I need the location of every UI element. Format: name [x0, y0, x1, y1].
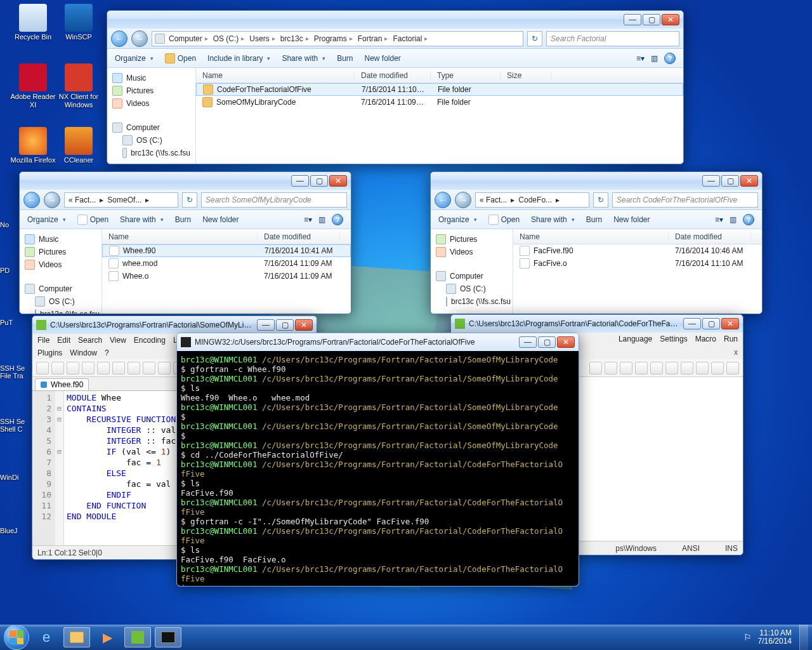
- file-row[interactable]: Whee.f907/16/2014 10:41 AM: [102, 244, 351, 257]
- view-options-icon[interactable]: ≡▾: [304, 215, 312, 224]
- nav-pane[interactable]: Music Pictures Videos Computer OS (C:) b…: [20, 229, 102, 314]
- help-button[interactable]: ?: [743, 214, 754, 225]
- terminal-body[interactable]: brc13c@WINMCL001 /c/Users/brc13c/Program…: [177, 351, 579, 586]
- newfolder-button[interactable]: New folder: [202, 215, 239, 224]
- tool-icon[interactable]: [635, 362, 648, 375]
- view-options-icon[interactable]: ≡▾: [636, 54, 645, 63]
- clock[interactable]: 11:10 AM7/16/2014: [758, 629, 792, 646]
- taskbar-mediaplayer-icon[interactable]: ▶: [94, 627, 121, 647]
- minimize-button[interactable]: —: [519, 336, 537, 348]
- newfolder-button[interactable]: New folder: [613, 215, 650, 224]
- close-button[interactable]: ✕: [295, 319, 313, 331]
- col-date[interactable]: Date modified: [355, 71, 431, 80]
- col-name[interactable]: Name: [196, 71, 355, 80]
- menu-view[interactable]: View: [110, 336, 126, 345]
- refresh-button[interactable]: ↻: [593, 192, 608, 208]
- close-button[interactable]: ✕: [557, 336, 575, 348]
- nav-forward-button[interactable]: →: [131, 30, 148, 47]
- file-row[interactable]: SomeOfMyLibraryCode 7/16/2014 11:09 AM F…: [196, 96, 683, 109]
- breadcrumb[interactable]: « Fact...▸ CodeFo...▸: [475, 192, 589, 208]
- taskbar-terminal-icon[interactable]: [155, 627, 181, 647]
- tool-icon[interactable]: [143, 362, 155, 375]
- col-type[interactable]: Type: [431, 71, 501, 80]
- search-input[interactable]: Search CodeForTheFactorialOfFive: [612, 192, 758, 208]
- nav-forward-button[interactable]: →: [44, 192, 60, 208]
- refresh-button[interactable]: ↻: [527, 31, 542, 46]
- taskbar-explorer-icon[interactable]: [63, 627, 90, 647]
- maximize-button[interactable]: ▢: [276, 319, 294, 331]
- menu-encoding[interactable]: Encoding: [134, 336, 166, 345]
- open-button[interactable]: Open: [165, 53, 196, 63]
- system-tray[interactable]: ⚐ 11:10 AM7/16/2014: [743, 629, 796, 646]
- show-desktop-button[interactable]: [799, 625, 808, 650]
- tool-icon[interactable]: [650, 362, 663, 375]
- editor-tab[interactable]: Whee.f90: [35, 378, 89, 390]
- tab-close-icon[interactable]: x: [734, 348, 738, 357]
- tool-icon[interactable]: [82, 362, 95, 375]
- nav-back-button[interactable]: ←: [111, 30, 128, 47]
- share-menu[interactable]: Share with: [531, 215, 575, 224]
- file-row[interactable]: FacFive.f907/16/2014 10:46 AM: [513, 244, 762, 257]
- tool-icon[interactable]: [711, 362, 724, 375]
- preview-pane-icon[interactable]: ▥: [318, 215, 325, 224]
- burn-button[interactable]: Burn: [337, 54, 353, 63]
- help-button[interactable]: ?: [664, 53, 676, 64]
- tool-icon[interactable]: [158, 362, 171, 375]
- file-row[interactable]: CodeForTheFactorialOfFive 7/16/2014 11:1…: [196, 83, 683, 96]
- menu-item[interactable]: Settings: [660, 335, 687, 343]
- newfolder-button[interactable]: New folder: [365, 54, 401, 63]
- close-button[interactable]: ✕: [721, 318, 739, 329]
- help-button[interactable]: ?: [332, 214, 343, 225]
- col-name[interactable]: Name: [513, 232, 669, 241]
- burn-button[interactable]: Burn: [586, 215, 602, 224]
- menu-help[interactable]: ?: [105, 348, 109, 357]
- menu-search[interactable]: Search: [78, 336, 102, 345]
- file-list[interactable]: Name Date modified Whee.f907/16/2014 10:…: [102, 229, 351, 314]
- maximize-button[interactable]: ▢: [538, 336, 556, 348]
- tool-icon[interactable]: [589, 362, 602, 375]
- maximize-button[interactable]: ▢: [310, 175, 328, 187]
- desktop-icon-recycle-bin[interactable]: Recycle Bin: [10, 4, 56, 41]
- taskbar[interactable]: e ▶ ⚐ 11:10 AM7/16/2014: [0, 625, 812, 650]
- open-button[interactable]: Open: [488, 215, 520, 225]
- taskbar-ie-icon[interactable]: e: [33, 627, 60, 647]
- minimize-button[interactable]: —: [683, 318, 701, 329]
- breadcrumb[interactable]: « Fact...▸ SomeOf...▸: [64, 192, 178, 208]
- menu-item[interactable]: Macro: [695, 335, 716, 343]
- tray-flag-icon[interactable]: ⚐: [743, 632, 752, 642]
- file-list[interactable]: NameDate modified FacFive.f907/16/2014 1…: [513, 229, 762, 314]
- organize-menu[interactable]: Organize: [115, 54, 154, 63]
- start-button[interactable]: [4, 625, 29, 650]
- minimize-button[interactable]: —: [291, 175, 309, 187]
- preview-pane-icon[interactable]: ▥: [651, 54, 658, 63]
- terminal-window[interactable]: MINGW32:/c/Users/brc13c/Programs/Fortran…: [176, 333, 579, 587]
- include-menu[interactable]: Include in library: [207, 54, 270, 63]
- close-button[interactable]: ✕: [740, 175, 758, 187]
- close-button[interactable]: ✕: [329, 175, 347, 187]
- tool-icon[interactable]: [681, 362, 693, 375]
- search-input[interactable]: Search SomeOfMyLibraryCode: [201, 192, 347, 208]
- tool-icon[interactable]: [605, 362, 617, 375]
- close-button[interactable]: ✕: [662, 14, 679, 25]
- tool-icon[interactable]: [726, 362, 739, 375]
- menu-item[interactable]: Language: [619, 335, 652, 343]
- nav-back-button[interactable]: ←: [23, 192, 40, 208]
- tool-icon[interactable]: [67, 362, 79, 375]
- tool-icon[interactable]: [36, 362, 49, 375]
- nav-forward-button[interactable]: →: [455, 192, 471, 208]
- explorer-window-factorial[interactable]: — ▢ ✕ ← → Computer▸ OS (C:)▸ Users▸ brc1…: [107, 10, 684, 164]
- nav-pane[interactable]: Music Pictures Videos Computer OS (C:) b…: [107, 68, 196, 164]
- fold-gutter[interactable]: ⊟⊟⊟: [55, 391, 64, 545]
- file-list[interactable]: Name Date modified Type Size CodeForTheF…: [196, 68, 683, 164]
- desktop-icon-winscp[interactable]: WinSCP: [56, 4, 102, 41]
- taskbar-notepadpp-icon[interactable]: [124, 627, 151, 647]
- explorer-window-codeforfac[interactable]: —▢✕ ← → « Fact...▸ CodeFo...▸ ↻ Search C…: [430, 171, 763, 314]
- refresh-button[interactable]: ↻: [182, 192, 197, 208]
- col-date[interactable]: Date modified: [258, 232, 340, 241]
- col-date[interactable]: Date modified: [669, 232, 751, 241]
- menu-window[interactable]: Window: [70, 348, 97, 357]
- menu-edit[interactable]: Edit: [57, 336, 70, 345]
- tool-icon[interactable]: [97, 362, 110, 375]
- burn-button[interactable]: Burn: [175, 215, 191, 224]
- maximize-button[interactable]: ▢: [643, 14, 660, 25]
